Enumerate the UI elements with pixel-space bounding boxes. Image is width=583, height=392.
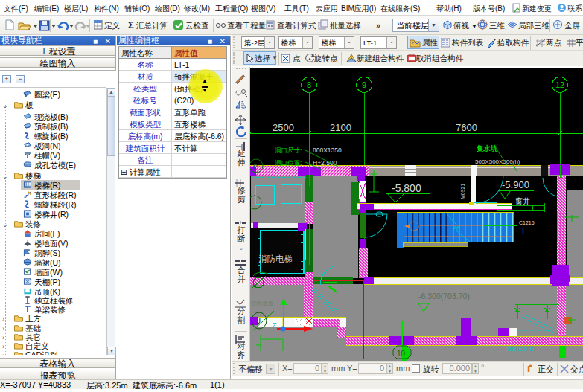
- svg-text:-5.800: -5.800: [392, 182, 421, 194]
- svg-text:7600: 7600: [456, 122, 477, 133]
- svg-text:密闭通道: 密闭通道: [251, 300, 274, 306]
- svg-text:上: 上: [520, 228, 526, 235]
- svg-text:-5.900: -5.900: [502, 179, 529, 190]
- svg-text:2500: 2500: [273, 122, 294, 133]
- svg-text:2100: 2100: [330, 122, 351, 133]
- svg-text:M0921: M0921: [460, 183, 465, 199]
- svg-text:-6.300(703.70): -6.300(703.70): [418, 292, 470, 301]
- svg-text:集水坑: 集水坑: [477, 144, 498, 152]
- svg-text:C1215: C1215: [519, 220, 535, 225]
- svg-text:Z: Z: [273, 321, 277, 329]
- svg-text:洞口位置:: 洞口位置:: [275, 159, 302, 167]
- svg-text:8: 8: [307, 80, 311, 89]
- svg-text:消防电梯: 消防电梯: [258, 254, 293, 263]
- svg-text:洞口尺寸:: 洞口尺寸:: [275, 147, 302, 154]
- svg-text:10: 10: [397, 350, 406, 358]
- svg-text:12: 12: [555, 80, 564, 89]
- svg-text:0RB1020 30: 0RB1020 30: [507, 347, 535, 352]
- svg-text:9: 9: [362, 80, 366, 89]
- svg-text:800X1350: 800X1350: [313, 147, 342, 154]
- svg-text:P: P: [253, 163, 258, 170]
- svg-text:窗井: 窗井: [515, 197, 530, 205]
- svg-text:500X500X500(h): 500X500X500(h): [475, 158, 520, 165]
